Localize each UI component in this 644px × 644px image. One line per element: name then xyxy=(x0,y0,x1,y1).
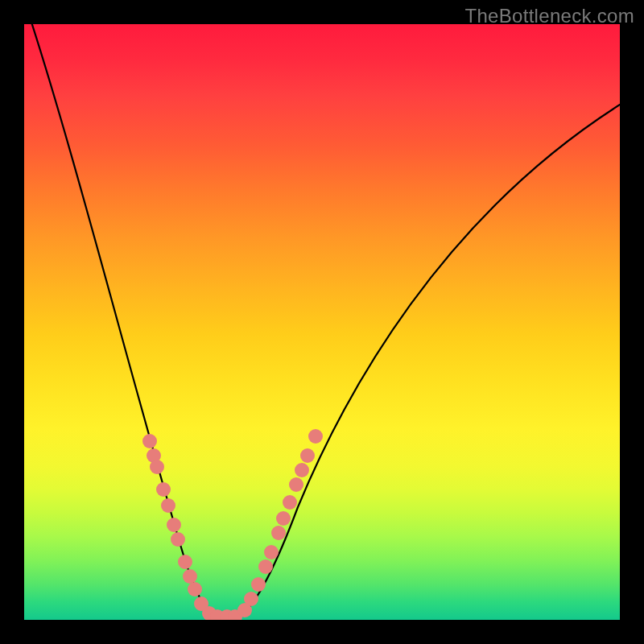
data-point xyxy=(264,545,279,559)
chart-frame: TheBottleneck.com xyxy=(0,0,644,644)
data-point xyxy=(183,569,197,584)
data-point xyxy=(300,448,315,463)
data-point xyxy=(150,460,164,474)
data-point xyxy=(271,526,286,540)
data-point xyxy=(188,582,202,597)
plot-area xyxy=(24,24,620,620)
data-point xyxy=(167,518,181,532)
data-point xyxy=(156,482,171,497)
data-point xyxy=(171,532,185,547)
data-point xyxy=(178,555,192,569)
data-point xyxy=(244,592,258,606)
curve-layer xyxy=(24,24,620,620)
data-point xyxy=(251,577,266,592)
data-point xyxy=(142,434,157,448)
data-point xyxy=(283,495,297,510)
data-point xyxy=(295,463,309,477)
watermark-text: TheBottleneck.com xyxy=(464,5,634,27)
data-point xyxy=(258,559,273,574)
data-point xyxy=(276,511,291,526)
bottleneck-curve xyxy=(24,24,620,617)
data-point xyxy=(289,477,303,492)
dot-group xyxy=(142,429,323,620)
data-point xyxy=(161,498,175,513)
data-point xyxy=(308,429,323,444)
